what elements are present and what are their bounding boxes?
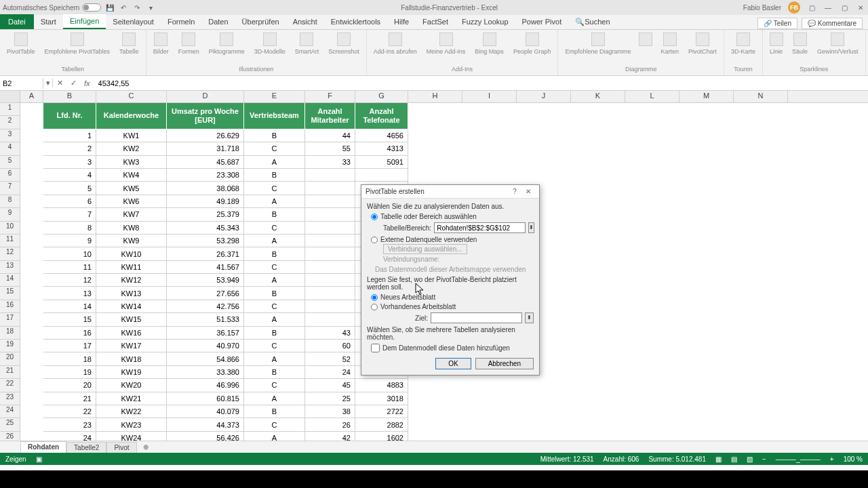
col-header-G[interactable]: G <box>355 91 408 102</box>
cell[interactable]: 4 <box>43 169 96 182</box>
range-picker-icon[interactable]: ⬍ <box>528 222 534 233</box>
cell[interactable]: C <box>244 182 305 195</box>
cell[interactable]: A <box>244 392 305 405</box>
tab-factset[interactable]: FactSet <box>416 14 455 29</box>
cell[interactable]: B <box>244 366 305 379</box>
radio-external-input[interactable] <box>371 237 378 243</box>
cell[interactable]: 4883 <box>355 379 408 392</box>
cell[interactable]: 17 <box>43 340 96 352</box>
radio-existing-input[interactable] <box>371 304 378 310</box>
col-header-A[interactable]: A <box>20 91 43 102</box>
cell[interactable]: 27.656 <box>167 287 244 300</box>
col-header-M[interactable]: M <box>679 91 734 102</box>
cell[interactable]: KW4 <box>96 169 167 182</box>
formula-input[interactable] <box>94 78 868 89</box>
cell[interactable]: 23 <box>43 418 96 431</box>
ribbon-empfohlene-diagramme[interactable]: Empfohlene Diagramme <box>561 31 635 57</box>
col-header-K[interactable]: K <box>571 91 625 102</box>
toggle-off-icon[interactable] <box>82 3 101 12</box>
ribbon-pivotchart[interactable]: PivotChart <box>684 31 721 57</box>
cell[interactable]: 3 <box>43 156 96 169</box>
radio-table-range[interactable]: Tabelle oder Bereich auswählen <box>371 213 534 220</box>
cell[interactable]: 42.756 <box>167 300 244 313</box>
cell[interactable]: 8 <box>43 222 96 235</box>
ribbon-linie[interactable]: Linie <box>766 31 787 57</box>
qat-dropdown-icon[interactable]: ▾ <box>146 3 155 12</box>
cell[interactable]: 18 <box>43 352 96 365</box>
cell[interactable]: C <box>244 222 305 235</box>
ribbon-piktogramme[interactable]: Piktogramme <box>205 31 249 57</box>
ribbon-meine-add-ins[interactable]: Meine Add-Ins <box>422 31 470 57</box>
cell[interactable]: KW18 <box>96 352 167 365</box>
zoom-out-icon[interactable]: − <box>762 455 766 463</box>
ribbon-screenshot[interactable]: Screenshot <box>324 31 363 57</box>
cell[interactable]: 24 <box>43 432 96 441</box>
radio-table-range-input[interactable] <box>371 214 378 220</box>
cancel-button[interactable]: Abbrechen <box>475 358 534 369</box>
cell[interactable]: KW17 <box>96 340 167 352</box>
cell[interactable]: 23.308 <box>167 169 244 182</box>
cell[interactable]: 22 <box>43 405 96 418</box>
cell[interactable] <box>305 195 355 208</box>
cell[interactable]: 33.380 <box>167 366 244 379</box>
cell[interactable]: 33 <box>305 156 355 169</box>
cell[interactable]: 16 <box>43 327 96 340</box>
cell[interactable]: A <box>244 274 305 287</box>
cell[interactable]: KW23 <box>96 418 167 431</box>
close-icon[interactable]: ✕ <box>856 3 865 12</box>
cell[interactable]: 6 <box>43 195 96 208</box>
row-header-5[interactable]: 5 <box>0 156 20 169</box>
cell[interactable]: C <box>244 418 305 431</box>
cell[interactable]: 5 <box>43 182 96 195</box>
radio-new-sheet-input[interactable] <box>371 294 378 301</box>
cell[interactable]: 55 <box>305 142 355 155</box>
cell[interactable]: KW24 <box>96 432 167 441</box>
cell[interactable]: 15 <box>43 313 96 326</box>
cell[interactable]: B <box>244 327 305 340</box>
cell[interactable]: 38 <box>305 405 355 418</box>
cell[interactable]: 56.426 <box>167 432 244 441</box>
ribbon-s-ule[interactable]: Säule <box>788 31 812 57</box>
cell[interactable] <box>305 169 355 182</box>
row-header-19[interactable]: 19 <box>0 340 20 352</box>
cell[interactable] <box>305 287 355 300</box>
sheet-tab-rohdaten[interactable]: Rohdaten <box>20 441 66 453</box>
table-header[interactable]: Anzahl Mitarbeiter <box>305 103 355 129</box>
ok-button[interactable]: OK <box>435 358 471 369</box>
cell[interactable]: 46.996 <box>167 379 244 392</box>
view-normal-icon[interactable]: ▦ <box>715 455 722 463</box>
cell[interactable]: B <box>244 287 305 300</box>
ribbon-options-icon[interactable]: ▢ <box>807 3 816 12</box>
cell[interactable]: 41.567 <box>167 261 244 274</box>
cell[interactable]: 45 <box>305 379 355 392</box>
col-header-N[interactable]: N <box>734 91 788 102</box>
location-picker-icon[interactable]: ⬍ <box>525 312 534 323</box>
cell[interactable]: B <box>244 247 305 260</box>
cell[interactable]: 60 <box>305 340 355 352</box>
cell[interactable]: 25 <box>305 392 355 405</box>
comments-button[interactable]: 💬 Kommentare <box>802 18 863 29</box>
location-input[interactable] <box>431 312 522 323</box>
row-header-20[interactable]: 20 <box>0 352 20 365</box>
row-header-3[interactable]: 3 <box>0 129 20 142</box>
row-header-4[interactable]: 4 <box>0 142 20 155</box>
tab-fuzzy lookup[interactable]: Fuzzy Lookup <box>455 14 515 29</box>
cell[interactable]: 24 <box>305 366 355 379</box>
dialog-close-icon[interactable]: ✕ <box>521 188 535 195</box>
tab-hilfe[interactable]: Hilfe <box>387 14 416 29</box>
cell[interactable] <box>305 182 355 195</box>
minimize-icon[interactable]: — <box>823 3 833 12</box>
row-header-25[interactable]: 25 <box>0 418 20 431</box>
macro-record-icon[interactable]: ▣ <box>36 455 42 463</box>
undo-icon[interactable]: ↶ <box>119 3 128 12</box>
table-header[interactable]: Lfd. Nr. <box>43 103 96 129</box>
table-header[interactable]: Umsatz pro Woche [EUR] <box>167 103 244 129</box>
sheet-tab-tabelle2[interactable]: Tabelle2 <box>66 442 106 453</box>
cell[interactable]: 3018 <box>355 392 408 405</box>
cell[interactable]: 12 <box>43 274 96 287</box>
cell[interactable]: B <box>244 208 305 221</box>
cell[interactable]: KW2 <box>96 142 167 155</box>
cell[interactable]: A <box>244 235 305 247</box>
ribbon-bilder[interactable]: Bilder <box>149 31 173 57</box>
cell[interactable]: KW15 <box>96 313 167 326</box>
